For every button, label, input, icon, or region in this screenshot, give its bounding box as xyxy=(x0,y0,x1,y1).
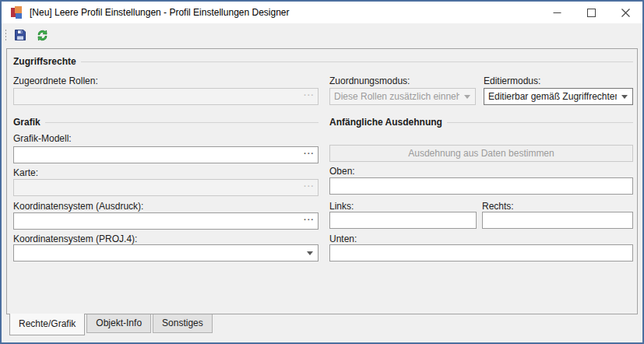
tab-rechte-grafik[interactable]: Rechte/Grafik xyxy=(9,314,85,335)
settings-panel: Zugriffsrechte Zugeordnete Rollen: ··· Z… xyxy=(6,48,638,314)
zugeordnete-rollen-input xyxy=(13,88,318,105)
chevron-down-icon xyxy=(464,95,470,99)
logo-blue-block xyxy=(16,13,22,19)
save-button[interactable] xyxy=(12,26,29,44)
chevron-down-icon xyxy=(621,95,628,99)
grafik-modell-browse-icon[interactable]: ··· xyxy=(304,149,315,158)
label-koordinatensystem-ausdruck: Koordinatensystem (Ausdruck): xyxy=(13,201,143,212)
label-links: Links: xyxy=(329,201,354,212)
field-zugeordnete-rollen: ··· xyxy=(13,88,318,105)
ausdehnung-bestimmen-button: Ausdehnung aus Daten bestimmen xyxy=(329,145,633,162)
group-title: Zugriffsrechte xyxy=(13,56,76,67)
minimize-button[interactable] xyxy=(540,2,574,23)
label-zugeordnete-rollen: Zugeordnete Rollen: xyxy=(13,75,98,86)
editiermodus-combobox[interactable]: Editierbar gemäß Zugriffrechten xyxy=(484,88,633,105)
label-oben: Oben: xyxy=(329,166,355,177)
zugeordnete-rollen-browse-icon: ··· xyxy=(304,91,315,100)
label-grafik-modell: Grafik-Modell: xyxy=(13,133,72,144)
karte-browse-icon: ··· xyxy=(304,182,315,191)
label-rechts: Rechts: xyxy=(482,201,514,212)
refresh-icon xyxy=(36,29,49,42)
koordinatensystem-ausdruck-browse-icon[interactable]: ··· xyxy=(304,216,315,224)
group-header-ausdehnung: Anfängliche Ausdehnung xyxy=(329,116,633,128)
editiermodus-value: Editierbar gemäß Zugriffrechten xyxy=(488,91,617,102)
label-karte: Karte: xyxy=(13,167,38,178)
oben-input[interactable] xyxy=(329,177,633,195)
field-rechts[interactable] xyxy=(482,212,633,229)
field-grafik-modell[interactable]: ··· xyxy=(13,146,318,163)
group-header-zugriffsrechte: Zugriffsrechte xyxy=(13,55,633,67)
field-oben[interactable] xyxy=(329,177,633,195)
group-line xyxy=(45,122,318,123)
toolbar xyxy=(2,23,642,47)
group-header-grafik: Grafik xyxy=(13,116,318,128)
group-title: Anfängliche Ausdehnung xyxy=(329,117,442,128)
toolbar-grip[interactable] xyxy=(5,29,7,41)
minimize-icon xyxy=(553,9,561,17)
app-logo-icon xyxy=(11,6,23,19)
app-window: [Neu] Leere Profil Einstellungen - Profi… xyxy=(0,0,644,344)
unten-input[interactable] xyxy=(329,244,633,262)
karte-input xyxy=(13,179,318,196)
close-button[interactable] xyxy=(608,2,642,23)
label-zuordnungsmodus: Zuordnungsmodus: xyxy=(329,75,410,86)
rechts-input[interactable] xyxy=(482,212,633,229)
tab-sonstiges[interactable]: Sonstiges xyxy=(153,314,213,333)
save-icon xyxy=(14,29,26,41)
close-icon xyxy=(621,9,630,17)
maximize-icon xyxy=(587,9,596,17)
group-line xyxy=(447,122,633,123)
field-links[interactable] xyxy=(329,212,477,229)
tab-objekt-info[interactable]: Objekt-Info xyxy=(86,314,151,333)
label-unten: Unten: xyxy=(329,233,357,244)
links-input[interactable] xyxy=(329,212,477,229)
titlebar: [Neu] Leere Profil Einstellungen - Profi… xyxy=(2,2,642,23)
field-karte: ··· xyxy=(13,179,318,196)
field-koordinatensystem-ausdruck[interactable]: ··· xyxy=(13,212,318,230)
group-line xyxy=(81,61,633,62)
koordinatensystem-ausdruck-input[interactable] xyxy=(13,212,318,230)
chevron-down-icon xyxy=(307,251,313,255)
label-editiermodus: Editiermodus: xyxy=(484,75,540,86)
zuordnungsmodus-combobox: Diese Rollen zusätzlich einnehmen xyxy=(329,88,476,105)
window-controls xyxy=(540,2,642,23)
refresh-button[interactable] xyxy=(33,26,51,44)
grafik-modell-input[interactable] xyxy=(13,146,318,163)
group-title: Grafik xyxy=(13,117,40,128)
logo-orange-block xyxy=(15,6,22,13)
maximize-button[interactable] xyxy=(574,2,608,23)
koordinatensystem-proj4-combobox[interactable] xyxy=(13,244,318,262)
zuordnungsmodus-value: Diese Rollen zusätzlich einnehmen xyxy=(334,91,459,102)
bottom-tab-bar: Rechte/Grafik Objekt-Info Sonstiges xyxy=(6,314,213,335)
label-koordinatensystem-proj4: Koordinatensystem (PROJ.4): xyxy=(13,233,137,244)
field-unten[interactable] xyxy=(329,244,633,262)
window-title: [Neu] Leere Profil Einstellungen - Profi… xyxy=(30,7,290,18)
